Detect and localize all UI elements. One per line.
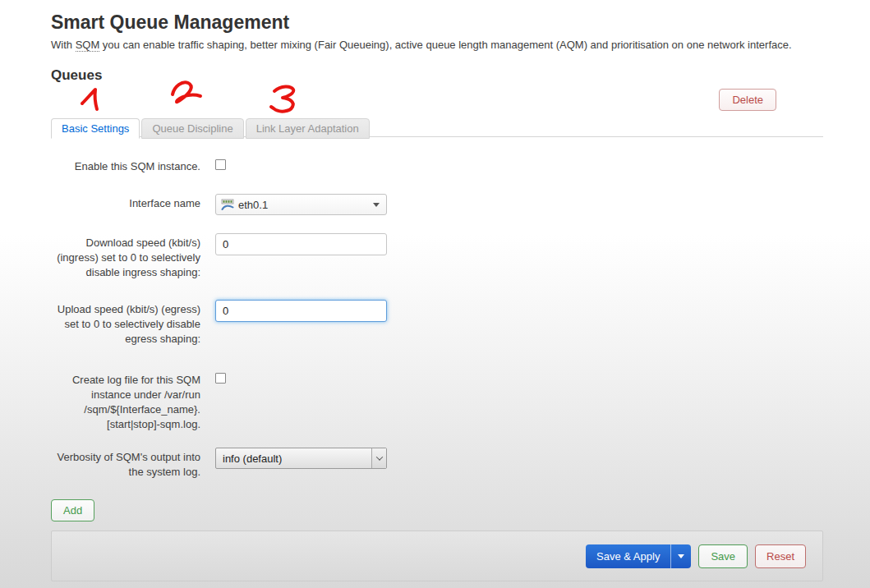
log-file-label: Create log file for this SQM instance un… [51, 370, 200, 432]
row-log-file: Create log file for this SQM instance un… [51, 370, 823, 432]
download-speed-label: Download speed (kbit/s) (ingress) set to… [51, 233, 200, 280]
save-apply-dropdown-toggle[interactable] [670, 544, 691, 568]
select-arrow-box [371, 448, 386, 468]
row-upload-speed: Upload speed (kbit/s) (egress) set to 0 … [51, 300, 823, 347]
save-button[interactable]: Save [698, 544, 748, 568]
page-description: With SQM you can enable traffic shaping,… [51, 39, 823, 52]
row-download-speed: Download speed (kbit/s) (ingress) set to… [51, 233, 823, 280]
interface-dropdown[interactable]: eth0.1 [215, 194, 387, 215]
reset-button[interactable]: Reset [755, 544, 806, 568]
interface-name-label: Interface name [51, 194, 200, 211]
tab-link-layer-adaptation[interactable]: Link Layer Adaptation [246, 118, 370, 139]
log-file-checkbox[interactable] [215, 373, 226, 384]
page-title: Smart Queue Management [51, 0, 823, 34]
description-suffix: you can enable traffic shaping, better m… [99, 39, 791, 51]
row-verbosity: Verbosity of SQM's output into the syste… [51, 448, 823, 480]
save-apply-button[interactable]: Save & Apply [586, 544, 670, 568]
row-enable-instance: Enable this SQM instance. [51, 157, 823, 174]
chevron-down-icon [375, 453, 382, 460]
queues-section-title: Queues [51, 67, 823, 84]
verbosity-select-value: info (default) [216, 452, 371, 465]
sqm-abbr[interactable]: SQM [76, 39, 100, 52]
ethernet-icon [221, 199, 234, 211]
row-interface-name: Interface name eth0.1 [51, 194, 823, 215]
verbosity-label: Verbosity of SQM's output into the syste… [51, 448, 200, 480]
tab-basic-settings[interactable]: Basic Settings [51, 118, 140, 139]
delete-button[interactable]: Delete [719, 89, 776, 111]
caret-down-icon [678, 554, 684, 558]
tab-bar: Basic SettingsQueue DisciplineLink Layer… [51, 117, 823, 137]
enable-instance-label: Enable this SQM instance. [51, 157, 200, 174]
description-prefix: With [51, 39, 76, 51]
save-apply-split-button[interactable]: Save & Apply [586, 544, 691, 568]
interface-dropdown-value: eth0.1 [238, 199, 373, 211]
verbosity-select[interactable]: info (default) [215, 448, 387, 469]
add-button[interactable]: Add [51, 499, 94, 521]
download-speed-input[interactable] [215, 233, 387, 255]
caret-down-icon [373, 203, 380, 207]
enable-instance-checkbox[interactable] [215, 159, 226, 170]
upload-speed-label: Upload speed (kbit/s) (egress) set to 0 … [51, 300, 200, 347]
page-actions-bar: Save & Apply Save Reset [51, 531, 823, 581]
sqm-settings-page: Smart Queue Management With SQM you can … [0, 0, 870, 588]
tab-queue-discipline[interactable]: Queue Discipline [141, 118, 243, 139]
upload-speed-input[interactable] [215, 300, 387, 322]
